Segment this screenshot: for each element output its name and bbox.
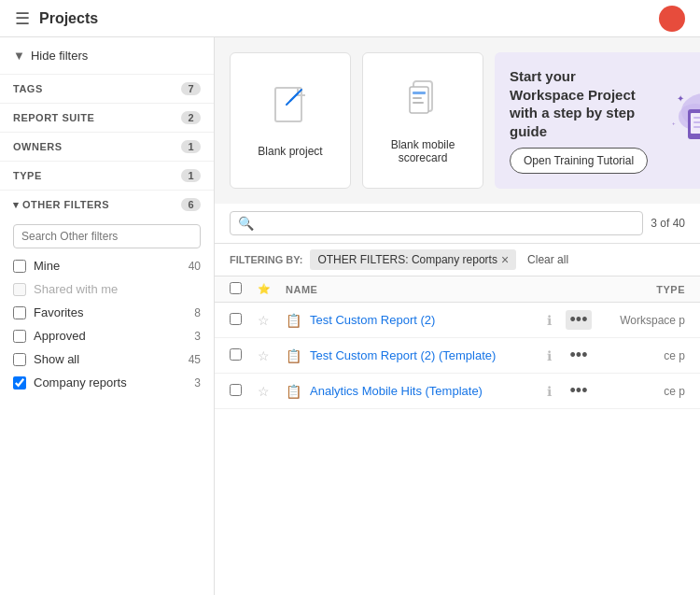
table-header-type: TYPE <box>573 284 685 295</box>
row-star-2[interactable]: ☆ <box>258 348 286 363</box>
other-filters-search-input[interactable] <box>13 224 201 248</box>
other-filters-search-container <box>0 219 214 254</box>
row-more-button-1[interactable]: ••• <box>566 310 592 330</box>
row-more-button-3[interactable]: ••• <box>566 381 592 401</box>
clear-all-button[interactable]: Clear all <box>527 253 568 266</box>
filter-item-approved[interactable]: Approved 3 <box>0 324 214 347</box>
filter-section-other-label: ▾ OTHER FILTERS <box>13 199 109 211</box>
row-doc-icon-3: 📋 <box>286 384 304 399</box>
tutorial-graphic: ✦ ✦ + + <box>663 83 700 158</box>
active-filter-tag[interactable]: OTHER FILTERS: Company reports × <box>310 249 516 270</box>
filter-section-other-count: 6 <box>181 198 201 211</box>
hide-filters-toggle[interactable]: ▼ Hide filters <box>0 37 214 74</box>
filter-label-favorites: Favorites <box>34 305 187 319</box>
filter-section-owners-count: 1 <box>181 140 201 153</box>
filter-count-mine: 40 <box>189 260 201 273</box>
results-count: 3 of 40 <box>651 217 685 230</box>
list-toolbar: 🔍 3 of 40 <box>215 204 700 244</box>
filter-section-tags: TAGS 7 <box>0 74 214 103</box>
filter-label-approved: Approved <box>34 329 187 343</box>
filter-section-owners-label: OWNERS <box>13 141 63 152</box>
filter-checkbox-mine[interactable] <box>13 260 26 273</box>
tutorial-card: Start your Workspace Project with a step… <box>495 52 700 189</box>
filter-checkbox-shared[interactable] <box>13 283 26 296</box>
menu-icon[interactable]: ☰ <box>15 8 30 29</box>
main-layout: ▼ Hide filters TAGS 7 REPORT SUITE 2 OWN… <box>0 37 700 595</box>
blank-project-card[interactable]: Blank project <box>230 52 351 189</box>
row-name-1[interactable]: Test Custom Report (2) <box>310 313 547 327</box>
filter-section-type-header[interactable]: TYPE 1 <box>0 162 214 190</box>
select-all-checkbox[interactable] <box>230 282 242 294</box>
row-doc-icon-1: 📋 <box>286 313 304 328</box>
row-checkbox-1[interactable] <box>230 313 258 328</box>
row-info-icon-1[interactable]: ℹ <box>547 313 566 328</box>
filter-header-label: Hide filters <box>31 49 88 63</box>
row-select-1[interactable] <box>230 313 242 325</box>
svg-rect-11 <box>693 117 700 119</box>
filter-item-favorites[interactable]: Favorites 8 <box>0 301 214 324</box>
filter-icon: ▼ <box>13 49 25 63</box>
search-input[interactable] <box>259 217 635 231</box>
row-name-3[interactable]: Analytics Mobile Hits (Template) <box>310 384 547 398</box>
table-row[interactable]: ☆ 📋 Test Custom Report (2) (Template) ℹ … <box>215 338 700 374</box>
filter-section-tags-count: 7 <box>181 82 201 95</box>
filter-section-owners: OWNERS 1 <box>0 132 214 161</box>
row-type-2: ce p <box>592 349 685 362</box>
table-header: ⭐ NAME TYPE <box>215 276 700 303</box>
table-row[interactable]: ☆ 📋 Test Custom Report (2) ℹ ••• Workspa… <box>215 303 700 338</box>
filter-section-tags-header[interactable]: TAGS 7 <box>0 75 214 103</box>
list-area: 🔍 3 of 40 FILTERING BY: OTHER FILTERS: C… <box>215 204 700 595</box>
filtering-by-label: FILTERING BY: <box>230 254 302 265</box>
search-box[interactable]: 🔍 <box>230 211 643 235</box>
tutorial-text: Start your Workspace Project with a step… <box>510 67 648 174</box>
row-checkbox-3[interactable] <box>230 384 258 399</box>
filter-section-report-suite: REPORT SUITE 2 <box>0 103 214 132</box>
filter-count-company-reports: 3 <box>194 376 201 390</box>
filter-count-approved: 3 <box>194 330 201 343</box>
blank-project-icon <box>268 84 313 137</box>
filter-item-showall[interactable]: Show all 45 <box>0 347 214 371</box>
table-row[interactable]: ☆ 📋 Analytics Mobile Hits (Template) ℹ •… <box>215 374 700 409</box>
row-select-3[interactable] <box>230 384 242 396</box>
search-icon: 🔍 <box>238 216 254 231</box>
filter-section-other-header[interactable]: ▾ OTHER FILTERS 6 <box>0 191 214 219</box>
table-header-star: ⭐ <box>258 283 286 295</box>
row-select-2[interactable] <box>230 348 242 361</box>
svg-rect-13 <box>693 126 700 128</box>
active-filter-tag-text: OTHER FILTERS: Company reports <box>317 253 497 266</box>
open-training-tutorial-button[interactable]: Open Training Tutorial <box>510 148 648 174</box>
filter-label-mine: Mine <box>34 259 181 273</box>
user-avatar[interactable] <box>659 6 685 32</box>
table-body: ☆ 📋 Test Custom Report (2) ℹ ••• Workspa… <box>215 303 700 595</box>
row-info-icon-3[interactable]: ℹ <box>547 384 566 399</box>
filter-checkbox-approved[interactable] <box>13 330 26 343</box>
filter-section-owners-header[interactable]: OWNERS 1 <box>0 133 214 161</box>
svg-rect-12 <box>693 121 700 123</box>
filter-item-mine[interactable]: Mine 40 <box>0 254 214 277</box>
filter-section-report-suite-count: 2 <box>181 111 201 124</box>
filter-checkbox-company-reports[interactable] <box>13 376 26 390</box>
filter-item-company-reports[interactable]: Company reports 3 <box>0 371 214 394</box>
row-info-icon-2[interactable]: ℹ <box>547 348 566 363</box>
filter-section-other: ▾ OTHER FILTERS 6 Mine 40 Shared with me… <box>0 190 214 394</box>
filter-item-shared[interactable]: Shared with me <box>0 277 214 301</box>
blank-mobile-card[interactable]: Blank mobile scorecard <box>362 52 483 189</box>
row-type-3: ce p <box>592 385 685 398</box>
row-star-1[interactable]: ☆ <box>258 313 286 328</box>
filter-checkbox-favorites[interactable] <box>13 306 26 319</box>
row-name-2[interactable]: Test Custom Report (2) (Template) <box>310 348 547 362</box>
svg-rect-3 <box>413 92 426 94</box>
tutorial-title: Start your Workspace Project with a step… <box>510 67 648 140</box>
app-title: Projects <box>39 10 98 27</box>
table-header-check[interactable] <box>230 282 258 296</box>
blank-mobile-label: Blank mobile scorecard <box>371 138 475 164</box>
filter-section-report-suite-header[interactable]: REPORT SUITE 2 <box>0 104 214 132</box>
filter-checkbox-showall[interactable] <box>13 353 26 366</box>
row-more-button-2[interactable]: ••• <box>566 346 592 365</box>
remove-filter-tag-button[interactable]: × <box>501 252 509 267</box>
row-checkbox-2[interactable] <box>230 348 258 363</box>
svg-rect-2 <box>410 87 428 113</box>
filter-count-favorites: 8 <box>194 306 201 319</box>
filter-label-company-reports: Company reports <box>34 375 187 390</box>
row-star-3[interactable]: ☆ <box>258 384 286 399</box>
